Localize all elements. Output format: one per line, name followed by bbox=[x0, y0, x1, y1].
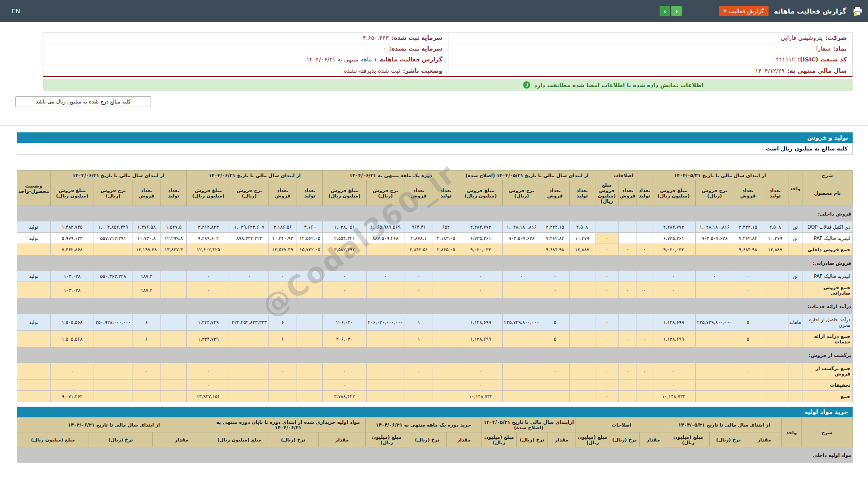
column-header: مواد اولیه خریداری شده از ابتدای دوره تا… bbox=[211, 418, 365, 432]
table-cell: فروش صادراتی: bbox=[802, 255, 853, 271]
table-cell: تن bbox=[788, 233, 802, 244]
table-cell bbox=[569, 282, 595, 299]
print-icon[interactable] bbox=[852, 6, 863, 17]
table-cell: ۱۳,۸۲۷.۳ bbox=[161, 244, 187, 255]
report-type-dropdown[interactable]: گزارش فعالیت ▼ bbox=[719, 6, 768, 16]
header-row: مقدارنرخ (ریال)مبلغ (میلیون ریال)مقدارنر… bbox=[17, 432, 853, 447]
info-row: نماد:شفارا bbox=[448, 43, 853, 54]
column-header: نرخ (ریال) bbox=[609, 432, 640, 447]
table-cell bbox=[637, 221, 652, 233]
materials-section-header: خرید مواد اولیه bbox=[17, 407, 853, 417]
prev-report-button[interactable]: ‹ bbox=[660, 6, 670, 16]
column-header: مبلغ فروش (میلیون ریال) bbox=[459, 180, 502, 206]
table-cell: ۱,۰۲۸,۱۸۰,۸۱۶ bbox=[502, 221, 541, 233]
table-cell: ۱۸۷.۲ bbox=[132, 282, 161, 299]
info-value: منتهی به ۱۴۰۴/۰۶/۳۱ bbox=[307, 56, 359, 63]
table-cell: ۰ bbox=[323, 282, 366, 299]
table-cell bbox=[17, 244, 51, 255]
info-label: گزارش فعالیت ماهانه bbox=[380, 56, 443, 63]
table-cell bbox=[17, 391, 51, 402]
table-cell bbox=[94, 380, 132, 391]
table-cell bbox=[161, 314, 187, 331]
table-row: درآمد حاصل از اجاره مخزنماهانه۵۲۲۵,۷۳۹,۸… bbox=[17, 314, 853, 331]
column-header: مبلغ (میلیون ریال) bbox=[667, 432, 709, 447]
table-cell: تخفیفات bbox=[802, 380, 853, 391]
column-header: از ابتدای سال مالی تا تاریخ ۱۴۰۴/۰۶/۳۱ bbox=[187, 171, 323, 180]
table-cell bbox=[433, 271, 459, 282]
table-cell: ۲,۲۲۲.۱۵ bbox=[734, 221, 762, 233]
table-row: درآمد ارائه خدمات: bbox=[17, 299, 853, 314]
table-cell: ۹,۶۸۴.۹۸ bbox=[541, 244, 569, 255]
info-value: پتروشيمي فارابي bbox=[781, 34, 823, 41]
column-header: از ابتدای سال مالی تا تاریخ ۱۴۰۴/۰۵/۳۱ bbox=[667, 418, 781, 432]
table-cell: ۲,۵۰۸ bbox=[569, 221, 595, 233]
table-row: تخفیفات۰۰۰۰۰۰ bbox=[17, 380, 853, 391]
info-value: ۴۴۱۱۱۲ bbox=[776, 56, 795, 63]
column-header: مبلغ فروش (میلیون ریال) bbox=[652, 180, 695, 206]
table-cell bbox=[502, 363, 541, 380]
table-cell: ۶,۷۳۵,۲۶۱ bbox=[652, 233, 695, 244]
table-cell bbox=[788, 363, 802, 380]
table-cell: ۸۹۸,۳۳۳,۳۲۲ bbox=[230, 233, 269, 244]
table-row: برگشت از فروش: bbox=[17, 347, 853, 363]
table-cell bbox=[405, 380, 433, 391]
table-cell: ۷,۴۶۲,۸۶۸ bbox=[51, 244, 94, 255]
info-value: ثبت شده پذیرفته نشده bbox=[344, 67, 400, 74]
table-cell: ۶ bbox=[269, 314, 297, 331]
column-header: خرید دوره یک ماهه منتهی به ۱۴۰۴/۰۶/۳۱ bbox=[365, 418, 481, 432]
table-cell: ۳,۸۴۲.۵۱ bbox=[405, 244, 433, 255]
column-header: مقدار bbox=[152, 432, 211, 447]
signature-match-text: اطلاعات نمایش داده شده با اطلاعات امضا ش… bbox=[534, 82, 703, 89]
table-cell: ۰ bbox=[595, 282, 618, 299]
raw-materials-table: شرحواحداز ابتدای سال مالی تا تاریخ ۱۴۰۴/… bbox=[17, 417, 853, 463]
table-cell: ۹۰۲,۵۰۷,۶۲۸ bbox=[502, 233, 541, 244]
table-cell: ۱,۰۲۸,۱۸۰,۸۱۶ bbox=[695, 221, 734, 233]
table-cell: ۰ bbox=[595, 331, 618, 347]
table-cell: ۰ bbox=[502, 271, 541, 282]
table-cell: ۳,۱۶۰ bbox=[297, 221, 323, 233]
table-cell: ۰ bbox=[595, 363, 618, 380]
table-cell bbox=[695, 363, 734, 380]
table-cell bbox=[17, 380, 51, 391]
table-cell: ۲,۲۸۴,۷۷۲ bbox=[652, 221, 695, 233]
column-header: مقدار bbox=[747, 432, 782, 447]
column-header: واحد bbox=[781, 418, 801, 447]
table-cell: ۰ bbox=[618, 244, 637, 255]
column-header: مبلغ فروش (میلیون ریال) bbox=[51, 180, 94, 206]
table-cell: انیدرید فتالیک PAF bbox=[802, 271, 853, 282]
table-cell bbox=[17, 347, 802, 363]
column-header: تعداد فروش bbox=[734, 180, 762, 206]
column-header: مبلغ (میلیون ریال) bbox=[17, 432, 89, 447]
table-cell: ۹,۰۲۰,۰۳۳ bbox=[652, 244, 695, 255]
table-cell: ۱,۴۸۳,۷۴۵ bbox=[51, 221, 94, 233]
table-cell bbox=[788, 282, 802, 299]
column-header: نرخ (ریال) bbox=[517, 432, 547, 447]
table-cell: ۳,۵۸۲,۳۹۲ bbox=[323, 244, 366, 255]
table-cell: ۰ bbox=[366, 271, 405, 282]
table-cell: ۰ bbox=[541, 271, 569, 282]
amounts-subtitle-bar: کلیه مبالغ به میلیون ریال است bbox=[17, 143, 853, 155]
table-cell: ۱۰,۳۷۹ bbox=[762, 233, 788, 244]
table-cell: ۲,۲۲۲.۱۵ bbox=[541, 221, 569, 233]
table-cell: ۰ bbox=[541, 282, 569, 299]
table-cell bbox=[502, 331, 541, 347]
table-cell bbox=[569, 271, 595, 282]
table-cell: ۰ bbox=[187, 363, 230, 380]
table-cell bbox=[94, 244, 132, 255]
table-cell: ۳,۱۸۶.۵۶ bbox=[269, 221, 297, 233]
table-cell bbox=[132, 380, 161, 391]
amounts-unit-note-button[interactable]: کلیه مبالغ درج شده به میلیون ریال می باش… bbox=[15, 96, 151, 107]
language-toggle-en[interactable]: EN bbox=[12, 8, 20, 14]
table-cell: ۰ bbox=[269, 271, 297, 282]
table-row: فروش داخلی: bbox=[17, 206, 853, 221]
table-cell: ۱۰۳,۰۲۸ bbox=[51, 271, 94, 282]
column-header: از ابتدای سال مالی تا تاریخ ۱۴۰۳/۰۶/۳۱ bbox=[51, 171, 187, 180]
report-info-column: سرمایه ثبت شده:۴,۶۵۰,۴۶۳سرمایه ثبت نشده:… bbox=[43, 33, 448, 76]
table-cell bbox=[637, 380, 652, 391]
next-report-button[interactable]: › bbox=[671, 6, 682, 16]
column-header: مقدار bbox=[547, 432, 576, 447]
table-cell: ۰ bbox=[695, 271, 734, 282]
table-cell bbox=[618, 233, 637, 244]
table-row: جمع برگشت از فروش۰۰۰۰۰۰۰۰۰۰۰۰۰ bbox=[17, 363, 853, 380]
table-cell: ۱۰,۱۴۸,۷۳۲ bbox=[652, 391, 695, 402]
